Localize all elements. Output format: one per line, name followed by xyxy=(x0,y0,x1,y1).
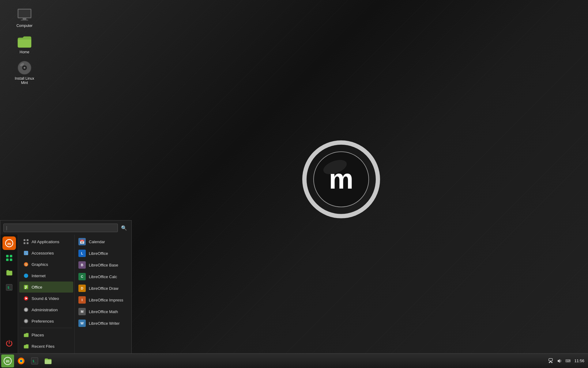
install-icon xyxy=(17,60,32,75)
libreoffice-calc-icon: C xyxy=(78,273,86,280)
category-all[interactable]: All Applications xyxy=(19,236,73,247)
svg-rect-16 xyxy=(6,259,9,261)
desktop-icons: Computer Home xyxy=(12,6,37,86)
app-libreoffice-writer[interactable]: W LibreOffice Writer xyxy=(75,317,131,329)
category-graphics[interactable]: 🎨 Graphics xyxy=(19,259,73,270)
desktop: m Computer xyxy=(0,0,588,368)
sidebar-icon-apps[interactable] xyxy=(2,251,16,265)
volume-icon xyxy=(557,358,562,364)
svg-text:🔧: 🔧 xyxy=(24,251,28,255)
app-libreoffice-math[interactable]: M LibreOffice Math xyxy=(75,306,131,317)
category-office[interactable]: Office xyxy=(19,282,73,293)
desktop-icon-home[interactable]: Home xyxy=(12,33,37,56)
category-all-label: All Applications xyxy=(32,240,59,244)
desktop-icon-computer[interactable]: Computer xyxy=(12,6,37,29)
app-libreoffice-impress[interactable]: I LibreOffice Impress xyxy=(75,294,131,306)
calendar-icon: 📅 xyxy=(78,238,86,245)
category-graphics-label: Graphics xyxy=(32,262,48,267)
svg-rect-5 xyxy=(18,10,31,17)
category-accessories[interactable]: 🔧 Accessories xyxy=(19,247,73,259)
svg-text:🎨: 🎨 xyxy=(24,263,28,266)
internet-icon: 🌐 xyxy=(23,273,29,279)
menu-apps: 📅 Calendar L LibreOffice B LibreOffice B… xyxy=(75,235,131,353)
system-tray: ⌨ xyxy=(548,358,571,364)
libreoffice-writer-icon: W xyxy=(78,320,86,327)
category-internet[interactable]: 🌐 Internet xyxy=(19,270,73,281)
sidebar-icon-power[interactable] xyxy=(2,337,16,350)
svg-text:$_: $_ xyxy=(32,359,36,363)
libreoffice-icon: L xyxy=(78,250,86,257)
category-administration[interactable]: ⚙ Administration xyxy=(19,304,73,315)
svg-rect-22 xyxy=(24,242,25,244)
home-icon xyxy=(17,34,32,49)
category-accessories-label: Accessories xyxy=(32,251,54,255)
taskbar-right: ⌨ 11:56 xyxy=(548,358,587,364)
mint-logo: m xyxy=(301,140,381,220)
taskbar-files-button[interactable] xyxy=(42,355,55,367)
category-sound-video[interactable]: Sound & Video xyxy=(19,293,73,304)
all-apps-icon xyxy=(23,239,29,245)
sidebar-icon-terminal[interactable]: $_ xyxy=(2,281,16,294)
app-libreoffice-draw[interactable]: D LibreOffice Draw xyxy=(75,282,131,294)
desktop-icon-install[interactable]: Install Linux Mint xyxy=(12,59,37,86)
app-libreoffice-impress-label: LibreOffice Impress xyxy=(89,298,123,302)
app-libreoffice-draw-label: LibreOffice Draw xyxy=(89,286,119,291)
app-libreoffice-base[interactable]: B LibreOffice Base xyxy=(75,259,131,271)
menu-body: m xyxy=(0,235,131,353)
places-icon xyxy=(23,332,29,338)
svg-point-44 xyxy=(20,360,22,362)
menu-search-bar: 🔍 xyxy=(0,220,131,235)
category-internet-label: Internet xyxy=(32,274,46,278)
app-calendar[interactable]: 📅 Calendar xyxy=(75,236,131,247)
category-places[interactable]: Places xyxy=(19,329,73,340)
office-icon xyxy=(23,284,29,290)
menu-categories: All Applications 🔧 Accessories xyxy=(18,235,75,353)
home-icon-label: Home xyxy=(20,50,29,54)
svg-rect-33 xyxy=(25,288,26,289)
svg-text:⚙: ⚙ xyxy=(24,319,28,323)
install-icon-label: Install Linux Mint xyxy=(14,76,35,85)
taskbar-firefox-button[interactable] xyxy=(15,355,28,367)
category-recent-label: Recent Files xyxy=(32,344,55,349)
svg-text:m: m xyxy=(7,241,11,246)
graphics-icon: 🎨 xyxy=(23,261,29,267)
taskbar-menu-button[interactable]: m xyxy=(1,355,14,367)
recent-icon xyxy=(23,343,29,349)
svg-rect-14 xyxy=(6,255,9,257)
app-libreoffice-writer-label: LibreOffice Writer xyxy=(89,321,120,326)
libreoffice-math-icon: M xyxy=(78,308,86,315)
menu-sidebar: m xyxy=(0,235,18,353)
category-places-label: Places xyxy=(32,333,44,337)
svg-rect-31 xyxy=(25,286,27,286)
accessories-icon: 🔧 xyxy=(23,250,29,256)
sound-video-icon xyxy=(23,295,29,301)
app-libreoffice-calc[interactable]: C LibreOffice Calc xyxy=(75,271,131,282)
svg-marker-53 xyxy=(558,359,560,363)
svg-rect-23 xyxy=(27,242,28,244)
svg-rect-20 xyxy=(24,239,25,241)
category-recent[interactable]: Recent Files xyxy=(19,341,73,352)
sidebar-icon-files[interactable] xyxy=(2,266,16,279)
category-office-label: Office xyxy=(32,285,42,289)
svg-rect-32 xyxy=(25,287,27,288)
administration-icon: ⚙ xyxy=(23,307,29,313)
svg-rect-47 xyxy=(549,358,552,361)
search-input[interactable] xyxy=(3,224,118,232)
taskbar: m $_ xyxy=(0,353,588,368)
computer-icon xyxy=(17,8,32,22)
libreoffice-base-icon: B xyxy=(78,261,86,269)
svg-rect-7 xyxy=(21,20,28,21)
sidebar-icon-mint[interactable]: m xyxy=(2,236,16,250)
svg-rect-6 xyxy=(23,18,26,20)
category-preferences[interactable]: ⚙ Preferences xyxy=(19,316,73,327)
taskbar-terminal-button[interactable]: $_ xyxy=(28,355,41,367)
search-button[interactable]: 🔍 xyxy=(120,224,128,232)
taskbar-clock: 11:56 xyxy=(574,358,584,363)
app-libreoffice-math-label: LibreOffice Math xyxy=(89,309,118,314)
svg-text:m: m xyxy=(6,359,9,363)
svg-text:$_: $_ xyxy=(7,286,12,289)
category-separator xyxy=(21,328,72,328)
app-libreoffice[interactable]: L LibreOffice xyxy=(75,247,131,259)
taskbar-left: m $_ xyxy=(1,355,55,367)
app-libreoffice-base-label: LibreOffice Base xyxy=(89,263,118,267)
